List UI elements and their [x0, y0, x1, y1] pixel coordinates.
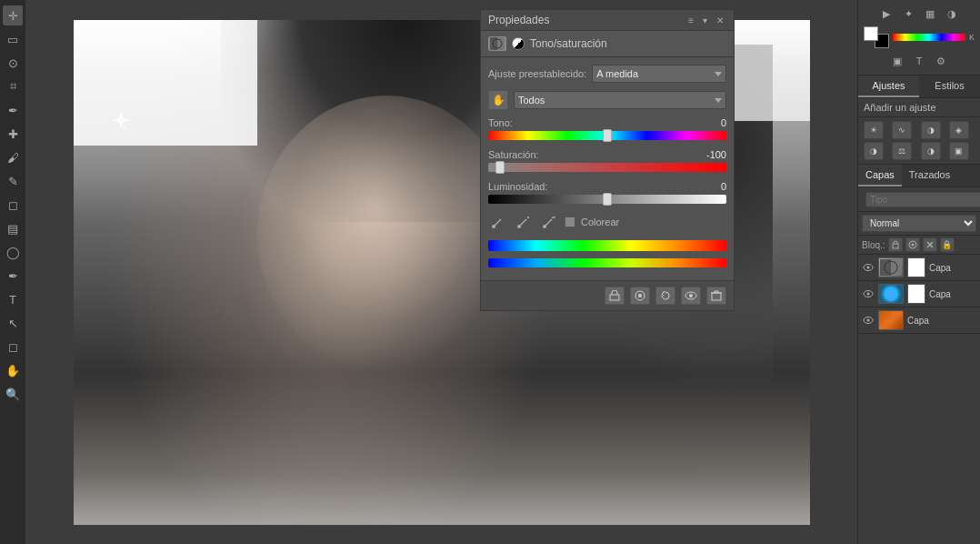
svg-rect-16 [610, 295, 619, 300]
lock-pixel-btn[interactable] [905, 237, 920, 252]
crop-tool[interactable]: ⌗ [3, 76, 23, 96]
layers-controls: Tipo [858, 187, 980, 212]
clip-to-layer-btn[interactable] [605, 287, 625, 305]
play-btn[interactable]: ▶ [876, 4, 896, 24]
second-icon-row: ▣ T ⚙ [860, 51, 978, 71]
tab-capas[interactable]: Capas [858, 165, 902, 186]
color-balance-adj-icon[interactable]: ⚖ [892, 142, 912, 160]
luminosity-label: Luminosidad: [488, 181, 547, 192]
path-select-tool[interactable]: ↖ [3, 313, 23, 333]
fg-bg-swatches[interactable] [864, 26, 889, 48]
lasso-tool[interactable]: ⊙ [3, 53, 23, 73]
heal-tool[interactable]: ✚ [3, 124, 23, 144]
hand-tool-btn[interactable]: ✋ [488, 90, 508, 110]
channel-select[interactable]: Todos [514, 91, 726, 109]
hue-label: Tono: [488, 117, 513, 128]
layer-visibility-toggle[interactable] [862, 287, 875, 300]
add-adjustment-label: Añadir un ajuste [858, 98, 980, 117]
photo-filter-adj-icon[interactable]: ▣ [949, 142, 969, 160]
pen-tool[interactable]: ✒ [3, 266, 23, 286]
layer-name: Capa [929, 289, 976, 299]
right-panel-top-icons: ▶ ✦ ▦ ◑ K ▣ T ⚙ [858, 0, 980, 76]
layer-visibility-toggle[interactable] [862, 314, 875, 327]
exposure-adj-icon[interactable]: ◑ [921, 121, 941, 139]
tab-ajustes[interactable]: Ajustes [858, 76, 919, 97]
adjustment-icons-grid: ☀ ∿ ◑ ◈ ◑ ⚖ ◑ ▣ [858, 117, 980, 165]
remove-sample-btn[interactable] [539, 213, 559, 231]
clone-tool[interactable]: ✎ [3, 171, 23, 191]
svg-point-32 [867, 267, 870, 269]
layer-visibility-toggle[interactable] [862, 261, 875, 274]
left-toolbar: ✛ ▭ ⊙ ⌗ ✒ ✚ 🖌 ✎ ◻ ▤ ◯ ✒ T ↖ ◻ ✋ 🔍 [0, 0, 25, 544]
sample-tool-btn[interactable] [488, 213, 508, 231]
reset-btn[interactable] [655, 287, 675, 305]
saturation-slider-row: Saturación: -100 [488, 149, 726, 172]
grid-btn[interactable]: ▦ [920, 4, 940, 24]
svg-point-20 [689, 294, 693, 297]
visibility-btn[interactable] [681, 287, 701, 305]
layer-item[interactable]: Capa [858, 307, 980, 334]
sparkle-btn[interactable]: ✦ [898, 4, 918, 24]
hue-sat-adj-icon[interactable]: ◑ [864, 142, 884, 160]
hue-track[interactable] [488, 131, 726, 140]
brightness-adj-icon[interactable]: ☀ [864, 121, 884, 139]
layers-search-input[interactable] [865, 192, 980, 207]
text-tool[interactable]: T [3, 289, 23, 309]
adjustments-styles-tabs: Ajustes Estilos [858, 76, 980, 98]
delete-btn[interactable] [706, 287, 726, 305]
panel-title: Propiedades [488, 14, 549, 26]
shape-tool[interactable]: ◻ [3, 337, 23, 357]
svg-point-37 [867, 293, 870, 296]
color-swatch-row: K [860, 24, 978, 51]
mask-btn[interactable] [630, 287, 650, 305]
panel-close-btn[interactable]: ✕ [714, 15, 726, 26]
fg-swatch[interactable] [864, 26, 878, 41]
saturation-track[interactable] [488, 163, 726, 172]
rainbow-bar [488, 240, 726, 251]
canvas-area[interactable]: 1 Propiedades ≡ ▾ ✕ [25, 0, 857, 544]
image-btn[interactable]: ▣ [887, 51, 907, 71]
eraser-tool[interactable]: ◻ [3, 195, 23, 215]
luminosity-track[interactable] [488, 195, 726, 204]
blend-mode-select[interactable]: Normal [862, 215, 976, 232]
tab-trazados[interactable]: Trazados [902, 165, 957, 186]
saturation-label: Saturación: [488, 149, 539, 160]
lock-row: Bloq.: 🔒 [858, 236, 980, 255]
curves-adj-icon[interactable]: ∿ [892, 121, 912, 139]
svg-rect-28 [893, 244, 898, 248]
layer-thumbnail [878, 310, 904, 330]
luminosity-value: 0 [699, 181, 726, 192]
main-content: 1 Propiedades ≡ ▾ ✕ [25, 0, 857, 544]
settings-gear-btn[interactable]: ⚙ [931, 51, 951, 71]
lock-all-btn[interactable]: 🔒 [940, 237, 955, 252]
layer-item[interactable]: Capa [858, 281, 980, 307]
panel-menu-btn[interactable]: ≡ [685, 15, 696, 26]
hand-tool[interactable]: ✋ [3, 360, 23, 380]
preset-select[interactable]: A medida [592, 65, 726, 83]
adjustment-circle-icon [512, 37, 525, 50]
luminosity-handle[interactable] [603, 193, 612, 206]
vibrance-adj-icon[interactable]: ◈ [949, 121, 969, 139]
bw-adj-icon[interactable]: ◑ [921, 142, 941, 160]
circle-half-btn[interactable]: ◑ [942, 4, 962, 24]
layer-thumb-photo [879, 311, 903, 329]
lock-transform-btn[interactable] [923, 237, 937, 252]
move-tool[interactable]: ✛ [3, 5, 23, 25]
add-sample-btn[interactable] [514, 213, 534, 231]
select-tool[interactable]: ▭ [3, 29, 23, 49]
colorize-checkbox[interactable] [565, 217, 575, 227]
saturation-handle[interactable] [495, 161, 505, 174]
preset-label: Ajuste preestablecido: [488, 68, 586, 79]
gradient-tool[interactable]: ▤ [3, 218, 23, 238]
layer-item[interactable]: Capa [858, 255, 980, 281]
type-btn[interactable]: T [909, 51, 929, 71]
eyedropper-tool[interactable]: ✒ [3, 100, 23, 120]
panel-collapse-btn[interactable]: ▾ [700, 15, 710, 26]
hue-handle[interactable] [603, 129, 612, 142]
zoom-tool[interactable]: 🔍 [3, 384, 23, 404]
brush-tool[interactable]: 🖌 [3, 147, 23, 167]
layer-thumbnail [878, 257, 904, 277]
tab-estilos[interactable]: Estilos [919, 76, 980, 97]
dodge-tool[interactable]: ◯ [3, 242, 23, 262]
lock-position-btn[interactable] [888, 237, 903, 252]
